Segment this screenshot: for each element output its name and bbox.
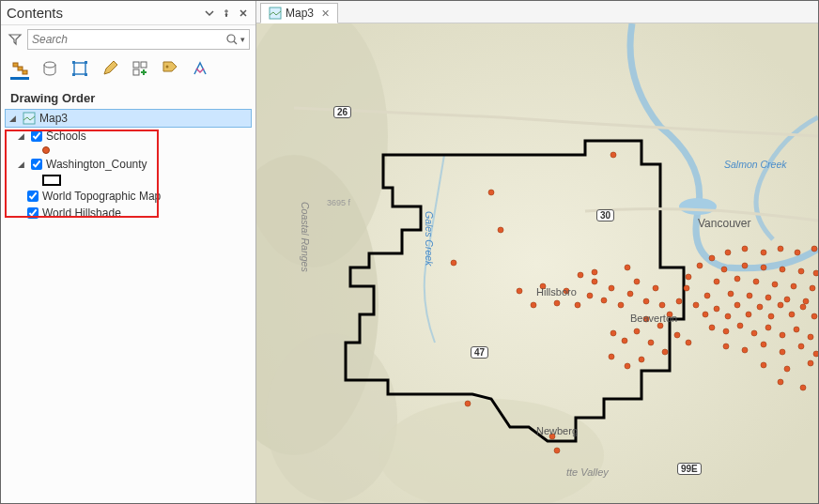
search-input[interactable]	[32, 33, 225, 46]
list-by-selection-icon[interactable]	[70, 59, 89, 80]
svg-point-47	[622, 338, 627, 344]
svg-line-1	[234, 41, 237, 44]
layer-row[interactable]: World Hillshade	[5, 205, 252, 221]
svg-point-117	[725, 250, 731, 255]
search-icon[interactable]	[225, 33, 239, 46]
svg-point-78	[746, 312, 751, 317]
close-icon[interactable]	[237, 7, 250, 20]
route-badge-30: 30	[596, 209, 614, 221]
list-by-drawing-order-icon[interactable]	[10, 59, 29, 80]
svg-point-111	[592, 269, 597, 275]
svg-point-63	[753, 279, 759, 284]
svg-point-110	[610, 152, 616, 158]
map-pane: Map3 ✕	[256, 1, 818, 503]
svg-rect-9	[72, 73, 75, 76]
svg-point-104	[686, 340, 691, 345]
layer-row[interactable]: ◢ Washington_County	[5, 156, 252, 173]
svg-point-97	[798, 344, 804, 349]
svg-point-106	[662, 349, 668, 355]
svg-point-84	[811, 313, 817, 319]
list-by-source-icon[interactable]	[40, 59, 59, 80]
layer-symbol-row	[5, 173, 252, 188]
chevron-down-icon[interactable]	[203, 7, 216, 20]
svg-point-55	[697, 263, 703, 268]
svg-point-89	[765, 325, 771, 330]
svg-point-108	[625, 363, 630, 369]
layer-label: World Topographic Map	[42, 190, 161, 203]
map-view[interactable]: Vancouver Hillsboro Beaverton Newberg Sa…	[256, 23, 818, 503]
svg-point-5	[44, 62, 55, 68]
layer-checkbox[interactable]	[31, 159, 42, 170]
svg-point-119	[761, 250, 766, 255]
svg-point-81	[778, 302, 783, 308]
svg-point-49	[648, 340, 654, 345]
search-chevron-icon[interactable]: ▾	[240, 35, 245, 44]
layer-checkbox[interactable]	[31, 130, 42, 142]
svg-point-103	[800, 385, 806, 390]
svg-point-92	[808, 334, 813, 340]
list-by-perception-icon[interactable]	[191, 59, 209, 80]
svg-point-91	[794, 327, 799, 332]
svg-point-57	[714, 279, 719, 284]
list-by-snapping-icon[interactable]	[131, 59, 149, 80]
svg-point-53	[693, 302, 699, 308]
svg-point-101	[808, 360, 813, 366]
layer-row[interactable]: World Topographic Map	[5, 188, 252, 205]
svg-rect-2	[13, 63, 18, 67]
city-label-beaverton: Beaverton	[630, 313, 677, 324]
expand-icon[interactable]: ◢	[18, 131, 27, 141]
svg-point-20	[266, 333, 397, 502]
svg-point-54	[686, 274, 691, 280]
map-icon	[269, 7, 282, 20]
svg-point-22	[679, 198, 717, 215]
svg-point-64	[761, 265, 766, 270]
svg-point-24	[498, 227, 503, 233]
svg-point-86	[723, 328, 729, 334]
tab-map[interactable]: Map3 ✕	[260, 3, 338, 23]
contents-pane: Contents ▾	[1, 1, 256, 503]
svg-point-99	[761, 362, 766, 368]
water-label-salmon-creek: Salmon Creek	[724, 159, 787, 170]
contents-title: Contents	[7, 5, 199, 21]
svg-point-27	[531, 302, 536, 308]
layer-checkbox[interactable]	[27, 207, 39, 219]
svg-point-23	[488, 190, 494, 195]
layer-row[interactable]: ◢ Schools	[5, 128, 252, 145]
svg-point-77	[734, 302, 740, 308]
expand-icon[interactable]: ◢	[18, 160, 27, 169]
map-icon	[23, 112, 36, 125]
search-box[interactable]: ▾	[27, 29, 250, 50]
svg-point-52	[684, 285, 689, 291]
svg-point-37	[618, 302, 624, 308]
svg-point-120	[778, 246, 783, 252]
point-symbol-icon	[42, 146, 50, 154]
filter-icon[interactable]	[7, 31, 23, 48]
city-label-newberg: Newberg	[536, 425, 578, 436]
contents-header: Contents	[1, 1, 255, 25]
city-label-vancouver: Vancouver	[698, 217, 750, 230]
svg-point-87	[737, 323, 743, 328]
svg-point-35	[601, 298, 607, 303]
svg-point-115	[554, 448, 560, 453]
map-node[interactable]: ◢ Map3	[5, 109, 252, 128]
pin-icon[interactable]	[220, 7, 233, 20]
svg-rect-3	[18, 67, 23, 70]
layer-label: Washington_County	[46, 158, 147, 171]
svg-point-33	[592, 279, 597, 284]
city-label-hillsboro: Hillsboro	[536, 286, 577, 298]
svg-point-83	[800, 304, 806, 310]
water-label-gales-creek: Gales Creek	[424, 211, 435, 266]
svg-point-66	[772, 282, 778, 287]
svg-point-71	[803, 298, 809, 304]
svg-point-76	[725, 313, 731, 319]
tab-close-icon[interactable]: ✕	[321, 8, 330, 20]
expand-icon[interactable]: ◢	[9, 114, 19, 123]
svg-point-51	[676, 298, 682, 304]
svg-point-121	[795, 250, 800, 255]
svg-point-46	[634, 328, 640, 334]
layer-checkbox[interactable]	[27, 191, 39, 202]
list-by-labeling-icon[interactable]	[161, 59, 179, 80]
list-by-editing-icon[interactable]	[100, 59, 119, 80]
svg-point-31	[575, 302, 580, 308]
svg-point-72	[810, 285, 815, 291]
